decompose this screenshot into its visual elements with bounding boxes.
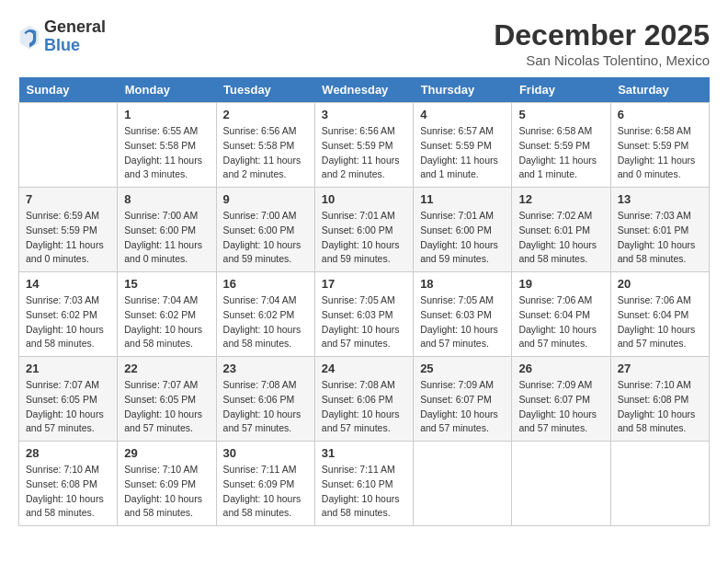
day-info: Sunrise: 6:58 AMSunset: 5:59 PMDaylight:…: [618, 124, 702, 182]
calendar-cell: 30Sunrise: 7:11 AMSunset: 6:09 PMDayligh…: [216, 442, 314, 526]
calendar-cell: 10Sunrise: 7:01 AMSunset: 6:00 PMDayligh…: [314, 188, 413, 272]
day-info: Sunrise: 6:59 AMSunset: 5:59 PMDaylight:…: [26, 209, 110, 267]
location: San Nicolas Tolentino, Mexico: [494, 52, 710, 68]
column-header-saturday: Saturday: [610, 77, 709, 103]
calendar-table: SundayMondayTuesdayWednesdayThursdayFrid…: [18, 77, 710, 526]
calendar-cell: [414, 442, 512, 526]
day-info: Sunrise: 7:08 AMSunset: 6:06 PMDaylight:…: [223, 378, 308, 436]
calendar-cell: 2Sunrise: 6:56 AMSunset: 5:58 PMDaylight…: [216, 103, 314, 188]
day-info: Sunrise: 7:05 AMSunset: 6:03 PMDaylight:…: [420, 293, 505, 351]
calendar-cell: 26Sunrise: 7:09 AMSunset: 6:07 PMDayligh…: [512, 357, 610, 442]
day-info: Sunrise: 7:10 AMSunset: 6:09 PMDaylight:…: [124, 463, 209, 521]
logo-icon: [18, 24, 40, 50]
day-info: Sunrise: 7:11 AMSunset: 6:09 PMDaylight:…: [223, 463, 308, 521]
day-number: 16: [223, 277, 308, 291]
week-row-3: 14Sunrise: 7:03 AMSunset: 6:02 PMDayligh…: [19, 272, 710, 357]
calendar-cell: 20Sunrise: 7:06 AMSunset: 6:04 PMDayligh…: [610, 272, 709, 357]
calendar-cell: 24Sunrise: 7:08 AMSunset: 6:06 PMDayligh…: [314, 357, 413, 442]
day-info: Sunrise: 7:02 AMSunset: 6:01 PMDaylight:…: [518, 209, 603, 267]
day-number: 8: [124, 192, 209, 206]
day-info: Sunrise: 7:09 AMSunset: 6:07 PMDaylight:…: [518, 378, 603, 436]
day-number: 27: [618, 362, 702, 375]
day-number: 6: [618, 108, 702, 121]
day-info: Sunrise: 7:04 AMSunset: 6:02 PMDaylight:…: [223, 293, 308, 351]
calendar-cell: 16Sunrise: 7:04 AMSunset: 6:02 PMDayligh…: [216, 272, 314, 357]
day-number: 26: [518, 362, 603, 375]
calendar-cell: 6Sunrise: 6:58 AMSunset: 5:59 PMDaylight…: [610, 103, 709, 188]
column-header-monday: Monday: [118, 77, 216, 103]
day-number: 30: [223, 446, 308, 460]
column-header-sunday: Sunday: [19, 77, 118, 103]
calendar-cell: 8Sunrise: 7:00 AMSunset: 6:00 PMDaylight…: [118, 188, 216, 272]
day-number: 14: [26, 277, 110, 291]
day-info: Sunrise: 7:07 AMSunset: 6:05 PMDaylight:…: [124, 378, 209, 436]
day-info: Sunrise: 7:01 AMSunset: 6:00 PMDaylight:…: [322, 209, 406, 267]
day-number: 28: [26, 446, 110, 460]
calendar-cell: 4Sunrise: 6:57 AMSunset: 5:59 PMDaylight…: [414, 103, 512, 188]
calendar-cell: 3Sunrise: 6:56 AMSunset: 5:59 PMDaylight…: [314, 103, 413, 188]
day-info: Sunrise: 6:56 AMSunset: 5:59 PMDaylight:…: [322, 124, 406, 182]
calendar-cell: 21Sunrise: 7:07 AMSunset: 6:05 PMDayligh…: [19, 357, 118, 442]
week-row-1: 1Sunrise: 6:55 AMSunset: 5:58 PMDaylight…: [19, 103, 710, 188]
day-number: 9: [223, 192, 308, 206]
day-info: Sunrise: 6:56 AMSunset: 5:58 PMDaylight:…: [223, 124, 308, 182]
day-number: 1: [124, 108, 209, 121]
calendar-cell: 27Sunrise: 7:10 AMSunset: 6:08 PMDayligh…: [610, 357, 709, 442]
logo-general-text: General: [44, 17, 106, 36]
calendar-cell: [512, 442, 610, 526]
calendar-cell: 13Sunrise: 7:03 AMSunset: 6:01 PMDayligh…: [610, 188, 709, 272]
week-row-2: 7Sunrise: 6:59 AMSunset: 5:59 PMDaylight…: [19, 188, 710, 272]
day-number: 4: [420, 108, 505, 121]
calendar-cell: 12Sunrise: 7:02 AMSunset: 6:01 PMDayligh…: [512, 188, 610, 272]
page-header: General Blue December 2025 San Nicolas T…: [18, 18, 710, 68]
week-row-4: 21Sunrise: 7:07 AMSunset: 6:05 PMDayligh…: [19, 357, 710, 442]
day-info: Sunrise: 7:08 AMSunset: 6:06 PMDaylight:…: [322, 378, 406, 436]
day-number: 10: [322, 192, 406, 206]
day-info: Sunrise: 7:10 AMSunset: 6:08 PMDaylight:…: [618, 378, 702, 436]
day-number: 22: [124, 362, 209, 375]
calendar-cell: [610, 442, 709, 526]
day-info: Sunrise: 7:00 AMSunset: 6:00 PMDaylight:…: [223, 209, 308, 267]
day-number: 13: [618, 192, 702, 206]
day-number: 17: [322, 277, 406, 291]
calendar-cell: [19, 103, 118, 188]
week-row-5: 28Sunrise: 7:10 AMSunset: 6:08 PMDayligh…: [19, 442, 710, 526]
calendar-cell: 23Sunrise: 7:08 AMSunset: 6:06 PMDayligh…: [216, 357, 314, 442]
day-number: 11: [420, 192, 505, 206]
calendar-cell: 22Sunrise: 7:07 AMSunset: 6:05 PMDayligh…: [118, 357, 216, 442]
day-info: Sunrise: 7:01 AMSunset: 6:00 PMDaylight:…: [420, 209, 505, 267]
day-info: Sunrise: 7:03 AMSunset: 6:02 PMDaylight:…: [26, 293, 110, 351]
day-number: 29: [124, 446, 209, 460]
day-number: 31: [322, 446, 406, 460]
day-number: 23: [223, 362, 308, 375]
day-info: Sunrise: 7:09 AMSunset: 6:07 PMDaylight:…: [420, 378, 505, 436]
calendar-cell: 7Sunrise: 6:59 AMSunset: 5:59 PMDaylight…: [19, 188, 118, 272]
day-info: Sunrise: 7:06 AMSunset: 6:04 PMDaylight:…: [618, 293, 702, 351]
calendar-cell: 9Sunrise: 7:00 AMSunset: 6:00 PMDaylight…: [216, 188, 314, 272]
day-info: Sunrise: 6:57 AMSunset: 5:59 PMDaylight:…: [420, 124, 505, 182]
day-info: Sunrise: 7:07 AMSunset: 6:05 PMDaylight:…: [26, 378, 110, 436]
calendar-cell: 25Sunrise: 7:09 AMSunset: 6:07 PMDayligh…: [414, 357, 512, 442]
column-header-friday: Friday: [512, 77, 610, 103]
calendar-cell: 17Sunrise: 7:05 AMSunset: 6:03 PMDayligh…: [314, 272, 413, 357]
day-number: 24: [322, 362, 406, 375]
day-number: 21: [26, 362, 110, 375]
day-info: Sunrise: 7:04 AMSunset: 6:02 PMDaylight:…: [124, 293, 209, 351]
day-number: 15: [124, 277, 209, 291]
calendar-cell: 28Sunrise: 7:10 AMSunset: 6:08 PMDayligh…: [19, 442, 118, 526]
day-info: Sunrise: 6:58 AMSunset: 5:59 PMDaylight:…: [518, 124, 603, 182]
day-info: Sunrise: 7:05 AMSunset: 6:03 PMDaylight:…: [322, 293, 406, 351]
month-title: December 2025: [494, 18, 710, 52]
day-info: Sunrise: 7:00 AMSunset: 6:00 PMDaylight:…: [124, 209, 209, 267]
header-row: SundayMondayTuesdayWednesdayThursdayFrid…: [19, 77, 710, 103]
logo-blue-text: Blue: [44, 36, 80, 54]
day-info: Sunrise: 7:11 AMSunset: 6:10 PMDaylight:…: [322, 463, 406, 521]
calendar-cell: 5Sunrise: 6:58 AMSunset: 5:59 PMDaylight…: [512, 103, 610, 188]
calendar-cell: 19Sunrise: 7:06 AMSunset: 6:04 PMDayligh…: [512, 272, 610, 357]
day-number: 25: [420, 362, 505, 375]
day-number: 18: [420, 277, 505, 291]
column-header-wednesday: Wednesday: [314, 77, 413, 103]
calendar-cell: 31Sunrise: 7:11 AMSunset: 6:10 PMDayligh…: [314, 442, 413, 526]
day-info: Sunrise: 7:10 AMSunset: 6:08 PMDaylight:…: [26, 463, 110, 521]
calendar-cell: 15Sunrise: 7:04 AMSunset: 6:02 PMDayligh…: [118, 272, 216, 357]
